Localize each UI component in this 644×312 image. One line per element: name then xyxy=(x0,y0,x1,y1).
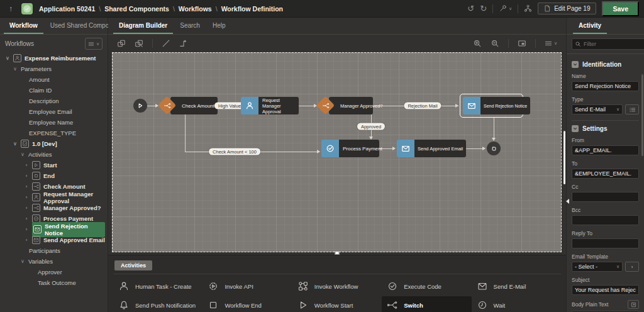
tree-item-version-dev[interactable]: ∨ 1.0 [Dev] xyxy=(0,138,108,149)
palette-item-switch[interactable]: Switch xyxy=(382,296,471,312)
edge-label-approved[interactable]: Approved xyxy=(357,123,385,130)
tree-item-participants[interactable]: Participants xyxy=(0,245,108,256)
tab-activity[interactable]: Activity xyxy=(573,18,607,34)
app-icon[interactable] xyxy=(21,3,33,14)
execute-code-icon xyxy=(387,281,397,291)
email-template-select[interactable]: - Select - ∨ xyxy=(572,262,623,272)
copy-activity-icon[interactable] xyxy=(117,39,126,48)
diagram-canvas[interactable]: Check Amount High Value Request Manager … xyxy=(112,52,562,252)
save-button[interactable]: Save xyxy=(602,1,639,16)
type-select[interactable]: Send E-Mail ∨ xyxy=(572,104,623,114)
tree-item-send-approved-email[interactable]: › Send Approved Email xyxy=(0,235,108,245)
canvas-resize-handle[interactable] xyxy=(335,251,339,255)
node-manager-approved[interactable]: Manager Approved? xyxy=(329,97,373,114)
palette-item-send-email[interactable]: Send E-Mail xyxy=(472,277,561,295)
up-arrow-icon[interactable]: ↑ xyxy=(5,4,16,13)
bcc-input[interactable] xyxy=(572,215,639,225)
workflow-editor-window: ↑ Application 50241 \ Shared Components … xyxy=(0,0,644,312)
tree-item-start[interactable]: › Start xyxy=(0,160,108,170)
palette-item-invoke-api[interactable]: Invoke API xyxy=(203,277,292,295)
tree-item-amount[interactable]: Amount xyxy=(0,74,108,85)
name-input[interactable] xyxy=(572,81,639,91)
node-send-rejection-notice[interactable]: Send Rejection Notice xyxy=(480,97,530,114)
tree-item-approver[interactable]: Approver xyxy=(0,267,108,277)
tree-item-expense-reimbursement[interactable]: ∨ Expense Reimbursement xyxy=(0,53,108,64)
property-panel-scrollbar[interactable] xyxy=(641,74,643,156)
node-request-manager-approval[interactable]: Request Manager Approval xyxy=(258,97,299,114)
palette-item-wait[interactable]: Wait xyxy=(472,296,561,312)
straight-connector-icon[interactable] xyxy=(162,39,170,48)
breadcrumb-workflows[interactable]: Workflows xyxy=(179,5,212,13)
redo-icon[interactable]: ↻ xyxy=(480,4,487,13)
panel-collapse-handle[interactable] xyxy=(566,199,569,204)
edge-label-high-value[interactable]: High Value xyxy=(214,103,245,109)
tree-item-expense-type[interactable]: EXPENSE_TYPE xyxy=(0,128,108,138)
utilities-menu-button[interactable]: ∨ xyxy=(499,4,512,13)
undo-icon[interactable]: ↺ xyxy=(467,4,474,13)
tab-search[interactable]: Search xyxy=(174,18,206,34)
tree-item-employee-name[interactable]: Employee Name xyxy=(0,117,108,128)
elbow-connector-icon[interactable] xyxy=(179,39,188,48)
breadcrumb-workflow-definition[interactable]: Workflow Definition xyxy=(221,5,283,13)
node-request-manager-approval-icon-box[interactable] xyxy=(241,97,258,114)
type-list-button[interactable] xyxy=(625,104,639,114)
tree-item-manager-approved[interactable]: › Manager Approved? xyxy=(0,203,108,213)
tree-item-task-outcome[interactable]: Task Outcome xyxy=(0,277,108,288)
team-dev-icon[interactable] xyxy=(524,4,532,13)
edge-label-rejection-mail[interactable]: Rejection Mail xyxy=(404,103,441,109)
node-process-payment[interactable]: Process Payment xyxy=(339,140,379,157)
open-code-editor-button[interactable] xyxy=(628,300,639,309)
from-input[interactable] xyxy=(572,145,639,155)
tree-item-employee-email[interactable]: Employee Email xyxy=(0,106,108,117)
breadcrumb-app[interactable]: Application 50241 xyxy=(39,5,95,13)
cc-input[interactable] xyxy=(572,192,639,202)
zoom-out-icon[interactable] xyxy=(491,39,499,48)
collapse-icon xyxy=(572,61,579,68)
canvas-vertical-scrollbar[interactable] xyxy=(564,131,565,184)
node-send-approved-email-icon-box[interactable] xyxy=(397,140,414,157)
diagram-menu-button[interactable]: ∨ xyxy=(545,40,557,47)
tab-help[interactable]: Help xyxy=(207,18,231,34)
to-input[interactable] xyxy=(572,169,639,179)
tree-item-variables[interactable]: ∨Variables xyxy=(0,256,108,267)
tree-menu-button[interactable]: ∨ xyxy=(85,38,103,50)
node-process-payment-icon-box[interactable] xyxy=(321,140,339,157)
tree-item-description[interactable]: Description xyxy=(0,96,108,106)
palette-item-execute-code[interactable]: Execute Code xyxy=(382,277,471,295)
zoom-in-icon[interactable] xyxy=(473,39,482,48)
subject-input[interactable] xyxy=(572,285,639,295)
edit-page-button[interactable]: Edit Page 19 xyxy=(538,3,596,14)
tree-item-end[interactable]: › End xyxy=(0,170,108,181)
node-end[interactable] xyxy=(487,142,501,155)
tree-item-send-rejection-notice[interactable]: › Send Rejection Notice xyxy=(0,224,108,235)
tree-item-request-manager-approval[interactable]: › Request Manager Approval xyxy=(0,192,108,203)
node-start[interactable] xyxy=(133,99,147,113)
palette-item-send-push-notification[interactable]: Send Push Notification xyxy=(113,296,203,312)
node-send-rejection-notice-icon-box[interactable] xyxy=(463,97,480,114)
palette-item-workflow-end[interactable]: Workflow End xyxy=(203,296,292,312)
tree-item-claim-id[interactable]: Claim ID xyxy=(0,85,108,96)
settings-header[interactable]: Settings xyxy=(572,125,639,132)
tree-item-activities[interactable]: ∨Activities xyxy=(0,149,108,160)
identification-header[interactable]: Identification xyxy=(572,61,639,68)
palette-item-invoke-workflow[interactable]: Invoke Workflow xyxy=(292,277,382,295)
palette-item-human-task-create[interactable]: Human Task - Create xyxy=(113,277,203,295)
breadcrumb: Application 50241 \ Shared Components \ … xyxy=(39,5,283,13)
fit-to-window-icon[interactable] xyxy=(518,39,526,48)
breadcrumb-shared-components[interactable]: Shared Components xyxy=(104,5,169,13)
mail-icon xyxy=(477,281,487,291)
node-check-amount[interactable]: Check Amount xyxy=(170,97,218,114)
settings-section: Settings From To Cc Bcc xyxy=(572,120,639,312)
edge-label-check-amount-lt-100[interactable]: Check Amount < 100 xyxy=(209,148,260,155)
node-send-approved-email[interactable]: Send Approved Email xyxy=(414,140,466,157)
tab-diagram-builder[interactable]: Diagram Builder xyxy=(113,18,173,34)
reply-to-input[interactable] xyxy=(572,238,639,248)
palette-tab-activities[interactable]: Activities xyxy=(114,260,152,270)
switch-icon xyxy=(32,204,40,212)
filter-input[interactable] xyxy=(584,41,644,47)
tab-workflow[interactable]: Workflow xyxy=(4,18,43,34)
tree-item-parameters[interactable]: ∨Parameters xyxy=(0,64,108,74)
palette-item-workflow-start[interactable]: Workflow Start xyxy=(292,296,382,312)
paste-activity-icon[interactable] xyxy=(135,39,143,48)
email-template-go-button[interactable]: › xyxy=(625,262,639,272)
